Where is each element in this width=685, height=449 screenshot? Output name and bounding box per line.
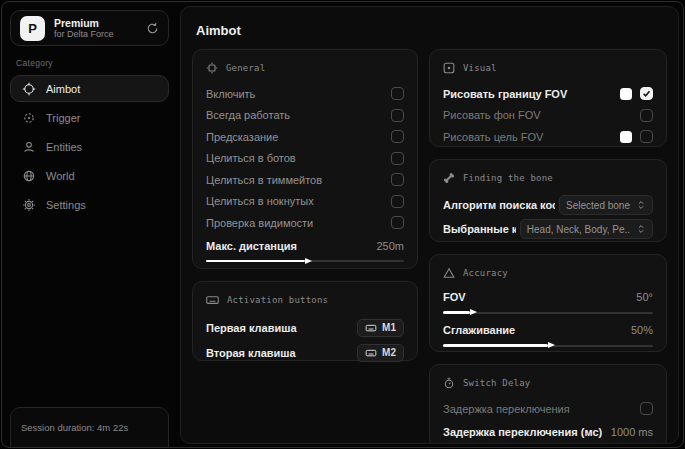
sidebar-item-label: World bbox=[46, 170, 75, 182]
checkbox[interactable] bbox=[640, 130, 653, 143]
keyboard-icon bbox=[206, 294, 219, 306]
panel-title: Switch Delay bbox=[463, 378, 530, 388]
keybind-row: Первая клавиша M1 bbox=[206, 315, 404, 340]
selected-bones-select[interactable]: Head, Neck, Body, Pe.. bbox=[520, 219, 653, 239]
checkbox[interactable] bbox=[640, 402, 653, 415]
toggle-row: Проверка видимости bbox=[206, 212, 404, 234]
bone-icon bbox=[443, 172, 455, 184]
visual-label: Рисовать цель FOV bbox=[443, 131, 543, 143]
sync-icon[interactable] bbox=[146, 22, 159, 35]
bone-label: Выбранные кости bbox=[443, 223, 516, 235]
check-icon bbox=[642, 89, 651, 98]
focus-frame-icon bbox=[206, 62, 218, 74]
person-icon bbox=[22, 140, 36, 154]
sidebar-item-aimbot[interactable]: Aimbot bbox=[10, 75, 169, 102]
slider-value: 250m bbox=[376, 240, 404, 252]
keyboard-icon bbox=[365, 323, 377, 333]
category-label: Category bbox=[16, 58, 163, 68]
select-value: Selected bone bbox=[566, 200, 630, 211]
panel-title: Visual bbox=[463, 63, 497, 73]
panel-title: Finding the bone bbox=[463, 173, 553, 183]
smoothing-slider[interactable] bbox=[443, 341, 653, 350]
checkbox[interactable] bbox=[640, 109, 653, 122]
toggle-label: Задержка переключения bbox=[443, 403, 570, 415]
checkbox[interactable] bbox=[391, 109, 404, 122]
slider-value: 50% bbox=[631, 324, 653, 336]
sidebar-item-entities[interactable]: Entities bbox=[10, 134, 169, 160]
bone-row: Выбранные кости Head, Neck, Body, Pe.. bbox=[443, 217, 653, 241]
checkbox[interactable] bbox=[391, 216, 404, 229]
sidebar-item-label: Settings bbox=[46, 199, 86, 211]
fov-slider[interactable] bbox=[443, 308, 653, 317]
toggle-label: Целиться в нокнутых bbox=[206, 195, 314, 207]
sidebar-item-label: Aimbot bbox=[46, 83, 80, 95]
sidebar-item-label: Entities bbox=[46, 141, 82, 153]
sidebar-item-world[interactable]: World bbox=[10, 163, 169, 189]
brand-subtitle: for Delta Force bbox=[54, 29, 137, 39]
checkbox[interactable] bbox=[391, 195, 404, 208]
session-box: Session duration: 4m 22s bbox=[10, 407, 169, 448]
unfold-icon bbox=[636, 200, 646, 210]
slider-value: 50° bbox=[636, 291, 653, 303]
toggle-row: Всегда работать bbox=[206, 105, 404, 127]
toggle-row: Включить bbox=[206, 83, 404, 105]
toggle-row: Целиться в ботов bbox=[206, 148, 404, 170]
checkbox-checked[interactable] bbox=[640, 87, 653, 100]
sidebar-item-label: Trigger bbox=[46, 112, 80, 124]
brand-box: P Premium for Delta Force bbox=[10, 10, 169, 46]
general-panel: General Включить Всегда работать Предска… bbox=[192, 49, 418, 269]
bone-algorithm-select[interactable]: Selected bone bbox=[559, 195, 653, 215]
keybind-button-m1[interactable]: M1 bbox=[357, 319, 404, 337]
keybind-label: Вторая клавиша bbox=[206, 347, 296, 359]
keybind-row: Вторая клавиша M2 bbox=[206, 340, 404, 365]
toggle-label: Проверка видимости bbox=[206, 217, 313, 229]
page-title: Aimbot bbox=[196, 23, 667, 38]
color-swatch[interactable] bbox=[620, 131, 632, 143]
checkbox[interactable] bbox=[391, 173, 404, 186]
select-value: Head, Neck, Body, Pe.. bbox=[527, 224, 630, 235]
trigger-crosshair-icon bbox=[22, 111, 36, 125]
visual-row: Рисовать границу FOV bbox=[443, 83, 653, 105]
bone-row: Алгоритм поиска костей Selected bone bbox=[443, 193, 653, 217]
app-window: P Premium for Delta Force Category bbox=[1, 1, 684, 448]
sidebar-item-settings[interactable]: Settings bbox=[10, 192, 169, 218]
brand-logo: P bbox=[20, 16, 45, 41]
main-area: Aimbot General bbox=[180, 6, 679, 444]
accuracy-panel: Accuracy FOV 50° Сглаживание 50% bbox=[429, 254, 667, 352]
triangle-icon bbox=[443, 267, 455, 279]
visual-row: Рисовать фон FOV bbox=[443, 105, 653, 127]
visual-row: Рисовать цель FOV bbox=[443, 126, 653, 148]
sidebar-nav: Aimbot Trigger Entities bbox=[2, 75, 177, 218]
viewfinder-icon bbox=[443, 62, 455, 74]
keybind-value: M2 bbox=[382, 347, 396, 358]
toggle-label: Целиться в ботов bbox=[206, 152, 296, 164]
stopwatch-icon bbox=[443, 377, 455, 389]
toggle-row: Предсказание bbox=[206, 126, 404, 148]
checkbox[interactable] bbox=[391, 87, 404, 100]
toggle-row: Целиться в тиммейтов bbox=[206, 169, 404, 191]
toggle-label: Целиться в тиммейтов bbox=[206, 174, 322, 186]
activation-panel: Activation buttons Первая клавиша M1 Вто… bbox=[192, 281, 418, 361]
globe-icon bbox=[22, 169, 36, 183]
bones-panel: Finding the bone Алгоритм поиска костей … bbox=[429, 159, 667, 242]
switch-delay-slider[interactable] bbox=[443, 443, 653, 445]
slider-label: Задержка переключения (мс) bbox=[443, 426, 602, 438]
toggle-label: Всегда работать bbox=[206, 109, 290, 121]
switch-delay-panel: Switch Delay Задержка переключения Задер… bbox=[429, 364, 667, 444]
crosshair-scope-icon bbox=[22, 82, 36, 96]
toggle-label: Включить bbox=[206, 88, 255, 100]
sidebar-item-trigger[interactable]: Trigger bbox=[10, 105, 169, 131]
checkbox[interactable] bbox=[391, 130, 404, 143]
keybind-button-m2[interactable]: M2 bbox=[357, 344, 404, 362]
max-distance-slider[interactable] bbox=[206, 257, 404, 266]
toggle-row: Задержка переключения bbox=[443, 398, 653, 420]
keybind-value: M1 bbox=[382, 322, 396, 333]
toggle-row: Целиться в нокнутых bbox=[206, 191, 404, 213]
panel-title: General bbox=[226, 63, 265, 73]
checkbox[interactable] bbox=[391, 152, 404, 165]
bone-label: Алгоритм поиска костей bbox=[443, 199, 555, 211]
toggle-label: Предсказание bbox=[206, 131, 278, 143]
color-swatch[interactable] bbox=[620, 88, 632, 100]
keybind-label: Первая клавиша bbox=[206, 322, 297, 334]
gear-icon bbox=[22, 198, 36, 212]
